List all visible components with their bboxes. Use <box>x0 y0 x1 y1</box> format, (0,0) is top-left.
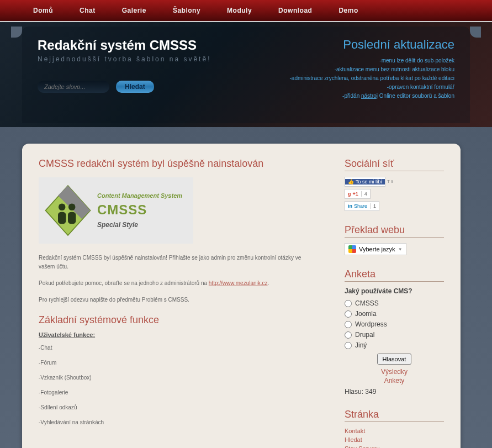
top-nav: Domů Chat Galerie Šablony Moduly Downloa… <box>0 0 492 22</box>
article-para: Redakční systém CMSSS byl úspěšně nainst… <box>39 254 317 271</box>
poll-radio[interactable] <box>345 310 352 318</box>
poll-option[interactable]: Joomla <box>345 310 444 318</box>
svg-point-3 <box>68 203 76 210</box>
search-input[interactable] <box>38 81 109 93</box>
poll-radio[interactable] <box>345 300 352 307</box>
poll-option[interactable]: Drupal <box>345 331 444 339</box>
logo-text-2: CMSSS <box>97 202 182 218</box>
nav-home[interactable]: Domů <box>33 7 53 14</box>
article-para: Pokud potřebujete pomoc, obraťte se na j… <box>39 279 317 288</box>
nav-sablony[interactable]: Šablony <box>173 7 200 14</box>
svg-point-2 <box>59 203 66 210</box>
sidebar: Sociální síť 👍 To se mi líbí T li g+1 4 … <box>345 158 444 448</box>
poll-question: Jaký používáte CMS? <box>345 287 444 295</box>
feature-item: -Vzkazník (Shoutbox) <box>39 375 317 381</box>
facebook-like-button[interactable]: 👍 To se mi líbí <box>345 177 385 187</box>
nav-chat[interactable]: Chat <box>80 7 96 14</box>
widget-social: Sociální síť 👍 To se mi líbí T li g+1 4 … <box>345 158 444 211</box>
widget-title: Anketa <box>345 268 444 282</box>
poll-option[interactable]: Jiný <box>345 341 444 349</box>
polls-link[interactable]: Ankety <box>345 377 444 384</box>
feature-item: -Vyhledávání na stránkách <box>39 419 317 425</box>
widget-title: Sociální síť <box>345 158 444 171</box>
update-link[interactable]: nástroj <box>361 93 378 99</box>
content: CMSSS redakční systém byl úspěšně nainst… <box>0 127 492 448</box>
linkedin-share-button[interactable]: in Share 1 <box>345 201 379 211</box>
svg-rect-5 <box>68 212 76 224</box>
feature-item: -Chat <box>39 345 317 351</box>
feature-list: -Chat -Fórum -Vzkazník (Shoutbox) -Fotog… <box>39 345 317 425</box>
search-button[interactable]: Hledat <box>116 81 154 93</box>
widget-title: Stránka <box>345 409 444 422</box>
vote-button[interactable]: Hlasovat <box>377 354 412 365</box>
feature-item: -Sdílení odkazů <box>39 404 317 410</box>
google-icon <box>348 245 356 253</box>
widget-poll: Anketa Jaký používáte CMS? CMSSS Joomla … <box>345 268 444 396</box>
nav-download[interactable]: Download <box>278 7 312 14</box>
svg-rect-4 <box>58 212 66 224</box>
logo-text-1: Content Management System <box>97 192 182 199</box>
logo-text-3: Special Style <box>97 221 182 229</box>
google-plus-button[interactable]: g+1 4 <box>345 189 371 199</box>
updates-box: Poslední aktualizace -menu lze dělit do … <box>272 38 454 101</box>
page-link-stav[interactable]: Stav Serveru <box>345 445 444 448</box>
section-heading: Základní systémové funkce <box>39 314 317 326</box>
poll-radio[interactable] <box>345 321 352 328</box>
feature-item: -Fórum <box>39 360 317 366</box>
main-column: CMSSS redakční systém byl úspěšně nainst… <box>39 158 317 448</box>
chevron-down-icon: ▼ <box>398 247 403 252</box>
page-link-hledat[interactable]: Hledat <box>345 436 444 443</box>
nav-galerie[interactable]: Galerie <box>122 7 146 14</box>
admin-link[interactable]: http://www.mezulanik.cz <box>209 280 268 286</box>
update-item: -administrace zrychlena, odstraněna potř… <box>272 74 454 83</box>
updates-title: Poslední aktualizace <box>272 38 454 52</box>
nav-demo[interactable]: Demo <box>338 7 358 14</box>
poll-option[interactable]: Wordpress <box>345 320 444 328</box>
poll-option[interactable]: CMSSS <box>345 299 444 307</box>
poll-count: Hlasu: 349 <box>345 388 444 396</box>
results-link[interactable]: Výsledky <box>345 368 444 376</box>
logo-image: Content Management System CMSSS Special … <box>39 177 193 244</box>
widget-page: Stránka Kontakt Hledat Stav Serveru <box>345 409 444 448</box>
update-item: -menu lze dělit do sub-položek <box>272 56 454 65</box>
article-title: CMSSS redakční systém byl úspěšně nainst… <box>39 158 317 170</box>
widget-translate: Překlad webu Vyberte jazyk ▼ <box>345 224 444 255</box>
header: Redakční systém CMSSS Nejjednodušší tvor… <box>0 22 492 127</box>
poll-radio[interactable] <box>345 331 352 339</box>
translate-dropdown[interactable]: Vyberte jazyk ▼ <box>345 243 406 255</box>
widget-title: Překlad webu <box>345 224 444 238</box>
update-item: -opraven kontaktní formulář <box>272 83 454 92</box>
page-link-kontakt[interactable]: Kontakt <box>345 428 444 434</box>
fb-extra: T li <box>387 180 393 184</box>
feature-item: -Fotogalerie <box>39 389 317 396</box>
logo-icon <box>43 183 93 238</box>
nav-moduly[interactable]: Moduly <box>227 7 252 14</box>
update-item: -aktualizace menu bez nutnosti aktualiza… <box>272 65 454 74</box>
update-item: -přidán nástroj Online editor souborů a … <box>272 92 454 101</box>
poll-radio[interactable] <box>345 342 352 349</box>
article-para: Pro rychlejší odezvu napište do předmětu… <box>39 296 317 304</box>
sub-heading: Uživatelské funkce: <box>39 331 317 338</box>
